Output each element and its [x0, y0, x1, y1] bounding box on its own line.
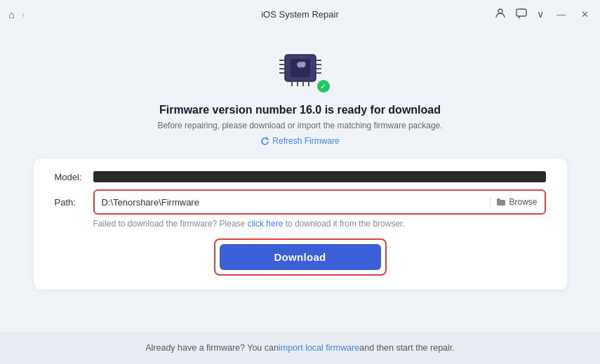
minimize-button[interactable]: —	[554, 8, 568, 21]
model-label: Model:	[55, 172, 93, 182]
close-button[interactable]: ✕	[578, 8, 592, 21]
error-message: Failed to download the firmware? Please …	[93, 219, 546, 229]
refresh-icon	[260, 137, 269, 146]
main-card: Model: Path: Browse Failed to download t…	[34, 159, 567, 290]
import-local-firmware-link[interactable]: import local firmware	[279, 343, 359, 353]
download-button-wrapper: Download	[214, 238, 387, 276]
path-input-wrapper: Browse	[93, 189, 546, 215]
download-button[interactable]: Download	[220, 244, 381, 270]
browse-button[interactable]: Browse	[490, 197, 537, 207]
check-badge: ✓	[316, 79, 331, 94]
path-row: Path: Browse	[55, 189, 546, 215]
svg-rect-3	[291, 59, 310, 77]
svg-rect-1	[516, 9, 526, 16]
titlebar-left: ⌂ ‹	[8, 8, 25, 20]
footer-bar: Already have a firmware? You can import …	[0, 332, 600, 364]
firmware-title: Firmware version number 16.0 is ready fo…	[159, 104, 441, 116]
click-here-link[interactable]: click here	[248, 219, 284, 229]
model-row: Model:	[55, 171, 546, 182]
chat-icon[interactable]	[516, 8, 527, 21]
firmware-subtitle: Before repairing, please download or imp…	[157, 121, 442, 130]
folder-icon	[496, 197, 506, 207]
model-value-redacted	[93, 171, 546, 182]
svg-point-0	[498, 9, 502, 13]
window-title: iOS System Repair	[261, 9, 339, 20]
profile-icon[interactable]	[495, 8, 506, 21]
firmware-icon-area: ✓	[272, 42, 328, 94]
titlebar-controls: ∨ — ✕	[495, 8, 592, 21]
back-icon: ‹	[22, 9, 25, 20]
path-label: Path:	[55, 197, 93, 208]
chevron-down-icon[interactable]: ∨	[537, 8, 544, 20]
titlebar: ⌂ ‹ iOS System Repair ∨ — ✕	[0, 0, 600, 28]
download-button-area: Download	[55, 238, 546, 276]
browse-label: Browse	[509, 197, 537, 207]
main-content: ✓ Firmware version number 16.0 is ready …	[0, 28, 600, 321]
home-icon[interactable]: ⌂	[8, 8, 15, 20]
refresh-firmware-link[interactable]: Refresh Firmware	[260, 136, 339, 146]
path-input[interactable]	[102, 197, 491, 208]
